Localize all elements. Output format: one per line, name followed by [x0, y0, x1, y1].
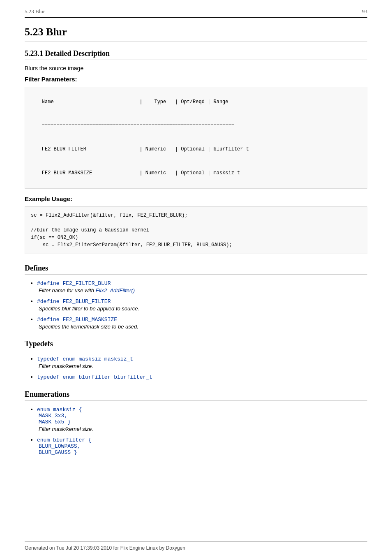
typedef-item-2-title: typedef enum blurfilter blurfilter_t [37, 374, 152, 380]
typedef-item-1-title: typedef enum masksiz masksiz_t [37, 356, 133, 362]
list-item: #define FE2_FILTER_BLUR Filter name for … [37, 280, 367, 294]
list-item: #define FE2_BLUR_MASKSIZE Specifies the … [37, 316, 367, 330]
subsection-title: 5.23.1 Detailed Description [25, 49, 367, 60]
typedef-prefix-1: typedef enum [37, 356, 78, 362]
filter-params-table: Name | Type | Opt/Reqd | Range =========… [25, 87, 367, 189]
enum-values-1: MASK_3x3, MASK_5x5 } [39, 413, 367, 425]
enum-item-1-desc: Filter mask/kernel size. [39, 426, 367, 432]
typedef-link-1b[interactable]: masksiz_t [104, 356, 133, 362]
enum-link-1[interactable]: masksiz [53, 407, 76, 413]
typedefs-title: Typedefs [25, 340, 367, 350]
enum-val-mask3x3[interactable]: MASK_3x3 [39, 413, 64, 419]
top-bar: 5.23 Blur 93 [25, 8, 367, 18]
typedef-link-2a[interactable]: blurfilter [78, 374, 111, 380]
footer-text: Generated on Tue Jul 20 17:39:03 2010 fo… [25, 545, 185, 551]
enum-item-1-title: enum masksiz { [37, 407, 82, 413]
define-item-2-desc: Specifies blur filter to be applied to s… [39, 305, 367, 312]
define-prefix-1: #define [37, 280, 62, 287]
define-link-1[interactable]: FE2_FILTER_BLUR [62, 280, 111, 287]
enum-link-2[interactable]: blurfilter [53, 437, 85, 443]
typedef-link-2b[interactable]: blurfilter_t [114, 374, 152, 380]
typedef-item-1-desc: Filter mask/kernel size. [39, 363, 367, 369]
define-item-3-title: #define FE2_BLUR_MASKSIZE [37, 317, 117, 323]
defines-list: #define FE2_FILTER_BLUR Filter name for … [37, 280, 367, 330]
example-usage-label: Example Usage: [25, 195, 367, 202]
filter-params-label: Filter Parameters: [25, 76, 367, 83]
example-code: sc = Flix2_AddFilter(&filter, flix, FE2_… [25, 206, 367, 254]
table-header: Name | Type | Opt/Reqd | Range [42, 99, 228, 105]
list-item: enum masksiz { MASK_3x3, MASK_5x5 } Filt… [37, 406, 367, 432]
define-link-3[interactable]: FE2_BLUR_MASKSIZE [62, 317, 117, 323]
enumerations-title: Enumerations [25, 390, 367, 401]
define-item-1-title: #define FE2_FILTER_BLUR [37, 280, 111, 287]
define-item-1-desc: Filter name for use with Flix2_AddFilter… [39, 287, 367, 294]
description-text: Blurs the source image [25, 65, 367, 72]
top-bar-page: 93 [362, 8, 367, 15]
enum-prefix-1: enum [37, 407, 53, 413]
typedef-link-1a[interactable]: masksiz [78, 356, 101, 362]
top-bar-section: 5.23 Blur [25, 8, 45, 15]
table-separator: ========================================… [42, 123, 234, 129]
footer: Generated on Tue Jul 20 17:39:03 2010 fo… [25, 541, 367, 551]
enum-val-mask5x5[interactable]: MASK_5x5 [39, 419, 64, 425]
page-title: 5.23 Blur [25, 26, 367, 42]
enumerations-list: enum masksiz { MASK_3x3, MASK_5x5 } Filt… [37, 406, 367, 456]
typedef-prefix-2: typedef enum [37, 374, 78, 380]
table-row-2: FE2_BLUR_MASKSIZE | Numeric | Optional |… [42, 170, 240, 176]
enum-val-blur-gauss[interactable]: BLUR_GAUSS [39, 449, 71, 456]
define-item-3-desc: Specifies the kernel/mask size to be use… [39, 324, 367, 330]
define-item-1-link[interactable]: Flix2_AddFilter() [96, 287, 135, 294]
list-item: enum blurfilter { BLUR_LOWPASS, BLUR_GAU… [37, 436, 367, 456]
table-row-1: FE2_BLUR_FILTER | Numeric | Optional | b… [42, 146, 249, 152]
list-item: typedef enum masksiz masksiz_t Filter ma… [37, 355, 367, 369]
enum-brace-2: { [88, 437, 92, 443]
define-prefix-3: #define [37, 317, 62, 323]
list-item: #define FE2_BLUR_FILTER Specifies blur f… [37, 298, 367, 312]
define-link-2[interactable]: FE2_BLUR_FILTER [62, 298, 111, 305]
enum-brace-1: { [78, 407, 82, 413]
list-item: typedef enum blurfilter blurfilter_t [37, 373, 367, 380]
define-prefix-2: #define [37, 298, 62, 305]
enum-item-2-title: enum blurfilter { [37, 437, 92, 443]
enum-prefix-2: enum [37, 437, 53, 443]
typedefs-list: typedef enum masksiz masksiz_t Filter ma… [37, 355, 367, 380]
define-item-2-title: #define FE2_BLUR_FILTER [37, 298, 111, 305]
enum-values-2: BLUR_LOWPASS, BLUR_GAUSS } [39, 443, 367, 456]
defines-title: Defines [25, 264, 367, 275]
enum-val-blur-lowpass[interactable]: BLUR_LOWPASS [39, 443, 77, 449]
